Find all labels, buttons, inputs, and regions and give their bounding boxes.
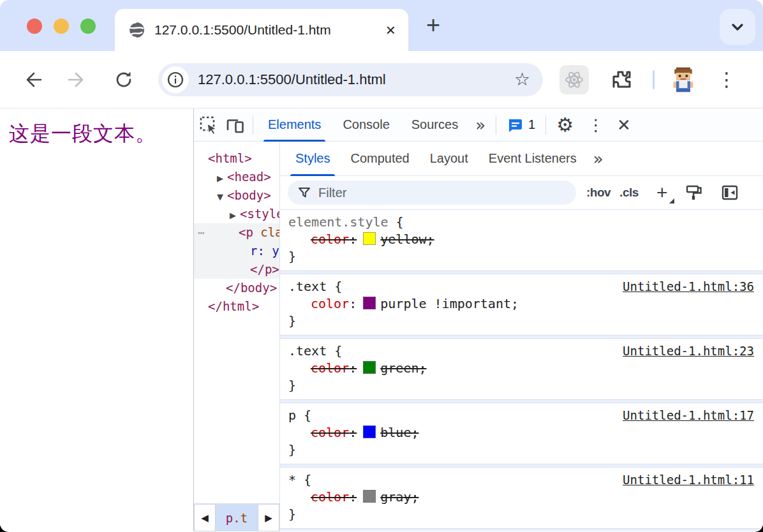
rule-selector[interactable]: .text	[288, 343, 327, 358]
source-link[interactable]: Untitled-1.html:23	[623, 343, 754, 360]
toggle-element-classes[interactable]: .cls	[619, 186, 639, 200]
collapse-arrow-icon[interactable]: ▼	[217, 188, 227, 206]
styles-sidebar: Styles Computed Layout Event Listeners »…	[279, 142, 763, 531]
color-swatch[interactable]	[363, 490, 376, 503]
forward-button[interactable]	[61, 64, 92, 95]
dom-node-p-attr-wrap[interactable]: r: yellow"	[194, 242, 279, 260]
breadcrumb-bar: ◀ p.t ▶	[194, 503, 279, 531]
info-icon	[167, 71, 184, 89]
source-link[interactable]: Untitled-1.html:17	[623, 407, 754, 424]
tab-close-icon[interactable]: ×	[386, 22, 396, 38]
site-info-button[interactable]	[162, 66, 189, 93]
tab-computed[interactable]: Computed	[340, 142, 419, 176]
rule-element-style[interactable]: element.style { color:yellow; }	[280, 210, 763, 270]
tab-search-button[interactable]	[720, 9, 755, 45]
device-toolbar-button[interactable]	[222, 111, 249, 139]
rule-selector[interactable]: element.style	[288, 214, 389, 230]
browser-window: 127.0.0.1:5500/Untitled-1.htm × + 127.0.…	[0, 0, 763, 532]
css-property-value[interactable]: yellow;	[380, 232, 434, 247]
atom-icon	[563, 68, 586, 91]
address-bar[interactable]: 127.0.0.1:5500/Untitled-1.html ☆	[158, 63, 543, 96]
dom-node-body-close[interactable]: </body>	[194, 279, 279, 297]
devtools-close-button[interactable]: ✕	[612, 115, 640, 135]
toggle-hover-state[interactable]: :hov	[586, 186, 611, 200]
dom-node-p-close[interactable]: </p>	[194, 260, 279, 279]
expand-arrow-icon[interactable]: ▶	[230, 206, 240, 225]
back-button[interactable]	[18, 64, 48, 95]
browser-menu-button[interactable]: ⋮	[717, 68, 736, 91]
close-window-button[interactable]	[27, 18, 42, 34]
expand-arrow-icon[interactable]: ▶	[217, 169, 227, 188]
rule-p-blue[interactable]: p {Untitled-1.html:17 color:blue; }	[280, 403, 763, 464]
bookmark-star-icon[interactable]: ☆	[514, 69, 530, 90]
breadcrumb-scroll-right-button[interactable]: ▶	[258, 504, 279, 531]
tab-console[interactable]: Console	[332, 108, 400, 142]
rendering-emulation-icon[interactable]	[685, 183, 704, 202]
node-options-ellipsis[interactable]: ⋯	[198, 223, 205, 242]
rule-separator	[280, 528, 763, 531]
more-tabs-button[interactable]: »	[469, 115, 492, 135]
dom-node-p-selected[interactable]: ⋯<p class	[194, 223, 279, 242]
dom-node-style[interactable]: ▶<style>	[194, 205, 279, 223]
color-swatch[interactable]	[363, 425, 376, 438]
source-link[interactable]: Untitled-1.html:36	[623, 278, 754, 295]
new-tab-button[interactable]: +	[426, 11, 440, 39]
css-property-value[interactable]: purple !important;	[380, 296, 519, 311]
dom-node-html-close[interactable]: </html>	[194, 297, 279, 316]
breadcrumb-crumb-p-text[interactable]: p.t	[216, 504, 258, 531]
more-sidebar-tabs-button[interactable]: »	[587, 149, 610, 168]
profile-avatar[interactable]	[669, 65, 698, 94]
css-property-value[interactable]: blue;	[380, 425, 419, 440]
css-property-value[interactable]: gray;	[380, 489, 419, 505]
tab-sources[interactable]: Sources	[401, 108, 469, 142]
window-controls	[27, 18, 96, 34]
css-property-name[interactable]: color	[311, 489, 349, 505]
color-swatch[interactable]	[363, 297, 376, 309]
inspect-cursor-icon	[198, 114, 219, 136]
extensions-button[interactable]	[609, 67, 635, 92]
toggle-sidebar-icon[interactable]	[720, 183, 739, 202]
css-property-name[interactable]: color	[311, 360, 349, 376]
devtools-main-toolbar: Elements Console Sources » 1 ⚙ ⋮ ✕	[194, 108, 763, 142]
tab-strip: 127.0.0.1:5500/Untitled-1.htm × +	[0, 0, 763, 51]
minimize-window-button[interactable]	[54, 18, 69, 34]
color-swatch[interactable]	[363, 232, 376, 245]
css-property-name[interactable]: color	[311, 296, 349, 311]
device-toolbar-icon	[225, 114, 246, 136]
color-swatch[interactable]	[363, 361, 376, 374]
dom-node-body[interactable]: ▼<body>	[194, 186, 279, 205]
source-link[interactable]: Untitled-1.html:11	[623, 471, 754, 489]
dom-node-head[interactable]: ▶<head>	[194, 168, 279, 186]
tab-styles[interactable]: Styles	[285, 142, 340, 176]
rule-selector[interactable]: *	[288, 472, 296, 487]
favicon-globe-icon	[128, 21, 145, 39]
rule-text-green[interactable]: .text {Untitled-1.html:23 color:green; }	[280, 339, 763, 399]
url-text[interactable]: 127.0.0.1:5500/Untitled-1.html	[198, 71, 514, 88]
reload-button[interactable]	[108, 64, 139, 95]
breadcrumb-scroll-left-button[interactable]: ◀	[194, 504, 216, 531]
fullscreen-window-button[interactable]	[80, 18, 96, 34]
settings-gear-icon[interactable]: ⚙	[550, 114, 580, 136]
issues-counter[interactable]: 1	[500, 117, 542, 133]
dom-node-html[interactable]: <html>	[194, 149, 279, 168]
new-style-rule-button[interactable]: +	[653, 183, 672, 202]
tab-layout[interactable]: Layout	[420, 142, 478, 176]
devtools-menu-button[interactable]: ⋮	[580, 115, 612, 135]
rule-universal-gray[interactable]: * {Untitled-1.html:11 color:gray; }	[280, 468, 763, 528]
css-property-name[interactable]: color	[311, 232, 349, 247]
css-rules-list: element.style { color:yellow; } .text {U…	[280, 210, 763, 531]
styles-filter-input[interactable]: Filter	[288, 181, 576, 205]
filter-placeholder: Filter	[318, 186, 346, 200]
tab-event-listeners[interactable]: Event Listeners	[478, 142, 587, 176]
css-property-name[interactable]: color	[311, 425, 349, 440]
rule-selector[interactable]: p	[288, 408, 296, 423]
browser-tab[interactable]: 127.0.0.1:5500/Untitled-1.htm ×	[115, 9, 408, 51]
back-arrow-icon	[22, 69, 44, 91]
reload-icon	[113, 69, 135, 91]
inspect-element-button[interactable]	[195, 111, 222, 139]
rule-text-purple[interactable]: .text {Untitled-1.html:36 color:purple !…	[280, 274, 763, 335]
tab-elements[interactable]: Elements	[257, 108, 332, 142]
rule-selector[interactable]: .text	[288, 279, 327, 294]
css-property-value[interactable]: green;	[380, 360, 426, 376]
react-devtools-extension-icon[interactable]	[559, 65, 589, 94]
